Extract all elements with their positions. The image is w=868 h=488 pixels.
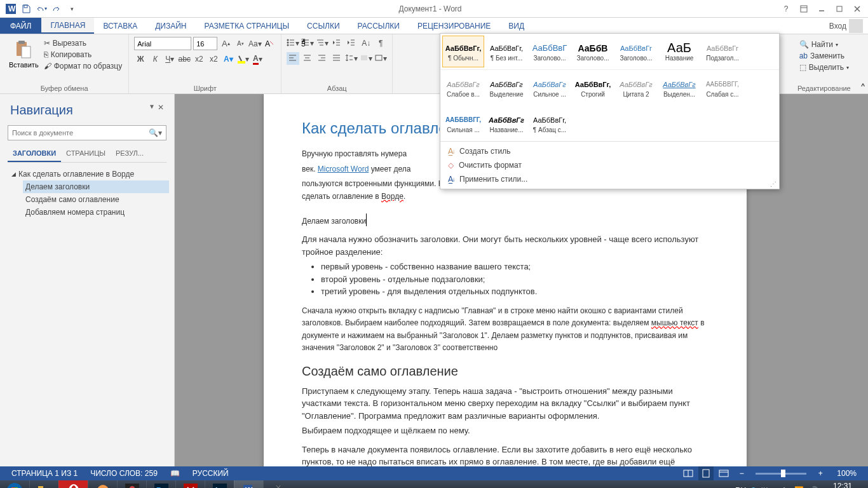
increase-indent-icon[interactable] xyxy=(345,37,358,50)
style-item[interactable]: АаБбВвГгЦитата 2 xyxy=(615,72,657,104)
align-center-icon[interactable] xyxy=(301,52,314,65)
help-icon[interactable]: ? xyxy=(778,3,794,15)
undo-icon[interactable]: ▾ xyxy=(34,2,48,16)
line-spacing-icon[interactable]: ▾ xyxy=(345,52,358,65)
doc-paragraph[interactable]: Выбираем подходящее и щёлкаем по нему. xyxy=(302,424,709,437)
print-layout-icon[interactable] xyxy=(698,466,714,480)
word-icon[interactable]: W xyxy=(4,2,18,16)
doc-paragraph[interactable]: Сначала нужно открыть вкладку с надписью… xyxy=(302,304,709,354)
list-item[interactable]: третий уровень - для выделения отдельных… xyxy=(321,285,709,298)
create-style-button[interactable]: A̲ᵢСоздать стиль xyxy=(440,144,779,158)
subscript-icon[interactable]: x2 xyxy=(193,53,205,65)
shrink-font-icon[interactable]: A▾ xyxy=(234,37,247,50)
start-button[interactable] xyxy=(0,480,29,488)
read-mode-icon[interactable] xyxy=(681,466,696,480)
doc-paragraph[interactable]: Теперь в начале документа появилось огла… xyxy=(302,444,709,467)
style-item[interactable]: ААББВВГГ,Сильная ... xyxy=(442,107,484,139)
ribbon-options-icon[interactable] xyxy=(796,3,812,15)
taskbar-media[interactable] xyxy=(88,480,117,488)
collapse-icon[interactable]: ◢ xyxy=(11,171,16,177)
style-item[interactable]: АаБбВвГгНазвание... xyxy=(485,107,527,139)
style-item[interactable]: АаБбВвГгВыделен... xyxy=(658,72,700,104)
style-item[interactable]: АаБбВвГгСлабое в... xyxy=(442,72,484,104)
language-indicator[interactable]: РУССКИЙ xyxy=(186,469,235,478)
style-item[interactable]: АаБНазвание xyxy=(658,36,700,67)
font-color-icon[interactable]: A▾ xyxy=(251,53,264,65)
borders-icon[interactable]: ▾ xyxy=(374,52,387,65)
tray-clock[interactable]: 12:31 26.04.2018 xyxy=(824,482,862,488)
taskbar-snip[interactable] xyxy=(263,480,292,488)
save-icon[interactable] xyxy=(19,2,33,16)
clear-format-icon[interactable]: A xyxy=(263,37,276,50)
superscript-icon[interactable]: x2 xyxy=(207,53,220,65)
nav-tab-results[interactable]: РЕЗУЛ... xyxy=(111,146,149,162)
sort-icon[interactable]: A↓ xyxy=(360,37,372,50)
taskbar-word[interactable]: W xyxy=(234,480,263,488)
tab-design[interactable]: ДИЗАЙН xyxy=(146,18,195,34)
style-item[interactable]: АаБбВвГгЗаголово... xyxy=(615,36,657,67)
redo-icon[interactable] xyxy=(50,2,64,16)
zoom-in-icon[interactable]: + xyxy=(813,466,828,480)
cut-button[interactable]: ✂Вырезать xyxy=(43,38,124,48)
copy-button[interactable]: ⎘Копировать xyxy=(43,50,124,60)
doc-heading-2[interactable]: Создаём само оглавление xyxy=(302,364,709,379)
align-right-icon[interactable] xyxy=(316,52,329,65)
tab-insert[interactable]: ВСТАВКА xyxy=(94,18,146,34)
minimize-icon[interactable] xyxy=(813,3,830,15)
spelling-icon[interactable]: 📖 xyxy=(164,469,186,478)
nav-menu-icon[interactable]: ▼ xyxy=(149,103,155,112)
maximize-icon[interactable] xyxy=(831,3,848,15)
tab-mailings[interactable]: РАССЫЛКИ xyxy=(349,18,409,34)
nav-close-icon[interactable]: ✕ xyxy=(158,103,164,112)
align-left-icon[interactable] xyxy=(287,52,299,65)
style-item[interactable]: АаБбВвГг,¶ Без инт... xyxy=(485,36,527,67)
list-item[interactable]: второй уровень - отдельные подзаголовки; xyxy=(321,273,709,286)
nav-tab-pages[interactable]: СТРАНИЦЫ xyxy=(61,146,111,162)
tree-parent[interactable]: ◢Как сделать оглавление в Ворде xyxy=(9,168,169,180)
list-item[interactable]: первый уровень - собственно название ваш… xyxy=(321,261,709,273)
doc-paragraph[interactable]: Приступаем к следующему этапу. Теперь на… xyxy=(302,385,709,423)
bullets-icon[interactable]: ▾ xyxy=(287,37,299,50)
tab-review[interactable]: РЕЦЕНЗИРОВАНИЕ xyxy=(409,18,499,34)
taskbar-opera[interactable] xyxy=(58,480,88,488)
text-effects-icon[interactable]: A▾ xyxy=(222,53,234,65)
style-item[interactable]: АаБбВвГг,¶ Абзац с... xyxy=(529,107,571,139)
style-item[interactable]: АаБбВвГгВыделение xyxy=(485,72,527,104)
nav-tab-headings[interactable]: ЗАГОЛОВКИ xyxy=(8,146,61,162)
numbering-icon[interactable]: 123▾ xyxy=(301,37,314,50)
decrease-indent-icon[interactable] xyxy=(330,37,343,50)
taskbar-lr[interactable]: Lr xyxy=(205,480,234,488)
italic-icon[interactable]: К xyxy=(149,53,161,65)
style-item[interactable]: АаБбВвГг,¶ Обычн... xyxy=(442,36,484,67)
select-button[interactable]: ⬚Выделить▾ xyxy=(798,62,850,72)
clear-format-button[interactable]: ◇Очистить формат xyxy=(440,158,779,172)
resize-grip-icon[interactable]: ⋰ xyxy=(770,180,776,187)
grow-font-icon[interactable]: A▴ xyxy=(219,37,232,50)
web-layout-icon[interactable] xyxy=(716,466,731,480)
tab-references[interactable]: ССЫЛКИ xyxy=(298,18,348,34)
style-item[interactable]: АаБбВвГгСильное ... xyxy=(529,72,571,104)
qat-customize-icon[interactable]: ▾ xyxy=(65,2,79,16)
justify-icon[interactable] xyxy=(330,52,343,65)
nav-search[interactable]: 🔍▾ xyxy=(8,125,166,140)
font-size-input[interactable] xyxy=(193,37,217,50)
bold-icon[interactable]: Ж xyxy=(134,53,147,65)
doc-heading-2[interactable]: Делаем заголовки xyxy=(302,212,709,227)
paste-button[interactable]: Вставить xyxy=(5,37,43,72)
tab-view[interactable]: ВИД xyxy=(499,18,533,34)
tab-layout[interactable]: РАЗМЕТКА СТРАНИЦЫ xyxy=(196,18,299,34)
collapse-ribbon-icon[interactable]: ^ xyxy=(858,34,868,93)
font-name-input[interactable] xyxy=(134,37,191,50)
underline-icon[interactable]: Ч▾ xyxy=(163,53,176,65)
taskbar-explorer[interactable] xyxy=(29,480,58,488)
strikethrough-icon[interactable]: abc xyxy=(178,53,191,65)
shading-icon[interactable]: ▾ xyxy=(360,52,372,65)
taskbar-ps[interactable]: Ps xyxy=(146,480,175,488)
multilevel-icon[interactable]: ▾ xyxy=(316,37,329,50)
tab-home[interactable]: ГЛАВНАЯ xyxy=(41,18,94,34)
zoom-slider[interactable] xyxy=(756,473,806,475)
tree-child-0[interactable]: Делаем заголовки xyxy=(23,180,169,193)
signin-area[interactable]: Вход xyxy=(824,18,868,34)
style-item[interactable]: ААББВВГГ,Слабая с... xyxy=(702,72,743,104)
file-tab[interactable]: ФАЙЛ xyxy=(0,18,41,34)
